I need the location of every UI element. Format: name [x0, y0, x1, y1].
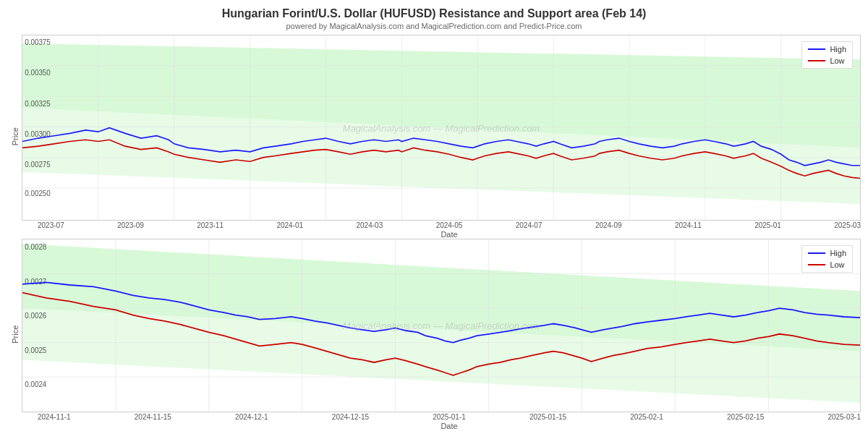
- chart1-x-labels: 2023-07 2023-09 2023-11 2024-01 2024-03 …: [22, 221, 861, 229]
- x-label-4: 2024-01: [276, 221, 303, 229]
- chart2-x-date: Date: [22, 422, 861, 430]
- chart2-y-label: Price: [7, 239, 22, 430]
- charts-wrapper: Price: [7, 35, 861, 430]
- legend2-low-label: Low: [830, 260, 844, 269]
- chart1-y-label: Price: [7, 35, 22, 239]
- svg-text:0.0024: 0.0024: [25, 380, 46, 388]
- x-label-8: 2024-09: [595, 221, 622, 229]
- legend2-high-line: [808, 252, 825, 254]
- svg-text:0.00350: 0.00350: [25, 69, 51, 77]
- legend2-high-label: High: [830, 249, 846, 258]
- svg-text:0.00375: 0.00375: [25, 38, 51, 46]
- legend2-high: High: [808, 249, 846, 258]
- x-label-3: 2023-11: [197, 221, 224, 229]
- main-container: Hungarian Forint/U.S. Dollar (HUFUSD) Re…: [0, 0, 868, 434]
- svg-text:0.00275: 0.00275: [25, 161, 51, 169]
- chart2-svg: 0.0028 0.0027 0.0026 0.0025 0.0024: [22, 239, 860, 412]
- x2-label-1: 2024-11-1: [38, 413, 71, 421]
- x2-label-6: 2025-01-15: [529, 413, 566, 421]
- chart2-x-labels: 2024-11-1 2024-11-15 2024-12-1 2024-12-1…: [22, 413, 861, 421]
- chart-subtitle: powered by MagicalAnalysis.com and Magic…: [7, 22, 861, 30]
- x2-label-2: 2024-11-15: [135, 413, 171, 421]
- x-label-5: 2024-03: [357, 221, 383, 229]
- svg-text:0.00250: 0.00250: [25, 190, 51, 197]
- chart1-x-date: Date: [22, 230, 861, 239]
- chart1-legend: High Low: [801, 41, 853, 69]
- legend-low-label: Low: [830, 56, 844, 65]
- svg-text:0.0026: 0.0026: [25, 312, 46, 320]
- chart2-legend: High Low: [801, 245, 853, 273]
- x2-label-3: 2024-12-1: [235, 413, 268, 421]
- x-label-1: 2023-07: [38, 221, 64, 229]
- chart1-svg: 0.00375 0.00350 0.00325 0.00300 0.00275 …: [22, 35, 860, 220]
- legend-low: Low: [808, 56, 846, 65]
- svg-text:0.00325: 0.00325: [25, 100, 51, 108]
- chart2-area: 0.0028 0.0027 0.0026 0.0025 0.0024 Magic…: [22, 239, 861, 412]
- x2-label-5: 2025-01-1: [433, 413, 466, 421]
- legend2-low: Low: [808, 260, 846, 269]
- x-label-10: 2025-01: [754, 221, 781, 229]
- legend2-low-line: [808, 264, 825, 265]
- x2-label-9: 2025-03-1: [827, 413, 861, 421]
- x-label-11: 2025-03: [834, 221, 861, 229]
- x2-label-4: 2024-12-15: [332, 413, 369, 421]
- chart2-container: Price: [7, 239, 861, 430]
- x2-label-8: 2025-02-15: [727, 413, 764, 421]
- chart-title: Hungarian Forint/U.S. Dollar (HUFUSD) Re…: [7, 7, 861, 20]
- legend-high-label: High: [830, 45, 846, 54]
- legend-high-line: [808, 48, 825, 50]
- x-label-2: 2023-09: [117, 221, 144, 229]
- chart1-area: 0.00375 0.00350 0.00325 0.00300 0.00275 …: [22, 35, 861, 221]
- svg-text:0.0025: 0.0025: [25, 346, 46, 354]
- legend-high: High: [808, 45, 846, 54]
- x-label-6: 2024-05: [436, 221, 463, 229]
- svg-text:0.0028: 0.0028: [25, 243, 46, 251]
- svg-text:0.0027: 0.0027: [25, 278, 46, 286]
- chart1-container: Price: [7, 35, 861, 239]
- legend-low-line: [808, 60, 825, 61]
- x-label-7: 2024-07: [516, 221, 542, 229]
- x2-label-7: 2025-02-1: [630, 413, 663, 421]
- x-label-9: 2024-11: [675, 221, 702, 229]
